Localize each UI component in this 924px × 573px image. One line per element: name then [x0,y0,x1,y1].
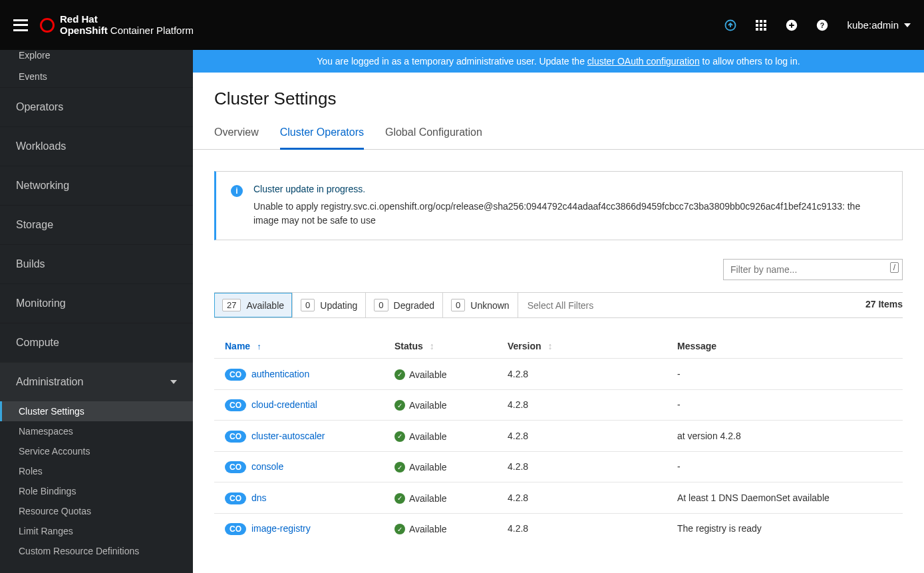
page-title: Cluster Settings [214,89,903,109]
tab[interactable]: Global Configuration [385,126,482,150]
sidebar-section[interactable]: Monitoring [0,284,193,323]
version-cell: 4.2.8 [508,461,677,472]
tab[interactable]: Cluster Operators [280,126,364,150]
svg-rect-8 [760,28,762,31]
filter-bar: 27Available0Updating0Degraded0Unknown Se… [214,292,903,318]
svg-rect-1 [756,20,758,23]
items-count: 27 Items [865,293,903,317]
co-badge: CO [225,461,246,473]
tab[interactable]: Overview [214,126,259,150]
col-header-message[interactable]: Message [677,341,892,351]
filter-chip[interactable]: 0Updating [293,293,366,317]
col-header-version[interactable]: Version↕ [508,341,677,351]
sidebar-sub-item[interactable]: Custom Resource Definitions [0,541,193,561]
filter-input[interactable] [723,259,903,280]
message-cell: at version 4.2.8 [677,431,892,441]
check-icon: ✓ [394,369,405,380]
status-cell: ✓Available [394,493,447,504]
col-header-name[interactable]: Name↑ [225,341,394,351]
table-row: COcloud-credential✓Available4.2.8- [214,389,903,421]
banner-link[interactable]: cluster OAuth configuration [587,56,700,67]
sidebar-section[interactable]: Operators [0,87,193,126]
version-cell: 4.2.8 [508,431,677,441]
chevron-down-icon [170,380,177,384]
alert-body: Unable to apply registry.svc.ci.openshif… [253,200,887,228]
chip-label: Updating [320,300,357,311]
sidebar-sub-item[interactable]: Limit Ranges [0,521,193,541]
status-cell: ✓Available [394,431,447,442]
svg-rect-6 [764,24,766,27]
sidebar-sub-item[interactable]: Service Accounts [0,441,193,461]
brand[interactable]: Red Hat OpenShift Container Platform [40,14,194,36]
check-icon: ✓ [394,462,405,473]
brand-line1: Red Hat [60,14,194,25]
sidebar-sub-item[interactable]: Resource Quotas [0,501,193,521]
svg-rect-7 [756,28,758,31]
col-header-status[interactable]: Status↕ [394,341,508,351]
tabs: OverviewCluster OperatorsGlobal Configur… [193,126,924,150]
chip-count: 0 [451,299,465,311]
sidebar-sub-item[interactable]: Namespaces [0,421,193,441]
hamburger-menu[interactable] [13,19,28,31]
operator-link[interactable]: cloud-credential [251,399,317,410]
sidebar-item[interactable]: Events [0,66,193,87]
message-cell: At least 1 DNS DaemonSet available [677,492,892,503]
operator-link[interactable]: console [251,461,283,472]
top-bar: Red Hat OpenShift Container Platform ? k… [0,0,924,50]
filter-key-hint: / [890,262,899,273]
sort-icon: ↕ [430,341,434,351]
svg-rect-9 [764,28,766,31]
svg-text:?: ? [820,21,824,29]
add-icon[interactable] [786,19,798,31]
info-banner: You are logged in as a temporary adminis… [193,50,924,73]
sidebar-section[interactable]: Builds [0,244,193,284]
main-content: You are logged in as a temporary adminis… [193,50,924,573]
status-cell: ✓Available [394,400,447,411]
sidebar-item[interactable]: Explore [0,50,193,66]
filter-chip[interactable]: 0Unknown [443,293,518,317]
check-icon: ✓ [394,493,405,504]
apps-grid-icon[interactable] [755,19,767,31]
status-cell: ✓Available [394,369,447,380]
operator-link[interactable]: dns [251,492,267,503]
sidebar-sub-item[interactable]: Roles [0,461,193,481]
svg-rect-3 [764,20,766,23]
help-icon[interactable]: ? [816,19,828,31]
version-cell: 4.2.8 [508,369,677,379]
message-cell: - [677,369,892,379]
user-label: kube:admin [847,19,899,31]
version-cell: 4.2.8 [508,523,677,534]
check-icon: ✓ [394,400,405,411]
operator-link[interactable]: cluster-autoscaler [251,431,325,441]
sidebar-sub-item[interactable]: Cluster Settings [0,401,193,421]
sidebar: ExploreEvents OperatorsWorkloadsNetworki… [0,50,193,573]
sidebar-section-administration[interactable]: Administration [0,362,193,401]
sidebar-section[interactable]: Workloads [0,126,193,166]
operator-link[interactable]: authentication [251,369,309,379]
svg-rect-2 [760,20,762,23]
sidebar-section[interactable]: Storage [0,205,193,244]
sidebar-section[interactable]: Compute [0,323,193,362]
alert-title: Cluster update in progress. [253,184,887,194]
select-all-filters[interactable]: Select All Filters [518,293,603,317]
sort-icon: ↕ [548,341,553,351]
filter-chip[interactable]: 0Degraded [366,293,443,317]
operator-link[interactable]: image-registry [251,523,311,534]
chip-count: 0 [301,299,315,311]
upload-icon[interactable] [724,19,736,31]
operators-table: Name↑ Status↕ Version↕ Message COauthent… [214,334,903,544]
chip-count: 0 [374,299,388,311]
sidebar-section[interactable]: Networking [0,166,193,205]
svg-rect-5 [760,24,762,27]
filter-chip[interactable]: 27Available [214,293,293,317]
chip-label: Degraded [394,300,435,311]
chip-count: 27 [222,299,241,311]
redhat-logo-icon [40,18,55,33]
caret-down-icon [904,23,911,27]
status-cell: ✓Available [394,462,447,473]
user-menu[interactable]: kube:admin [847,19,911,31]
check-icon: ✓ [394,431,405,442]
co-badge: CO [225,523,246,535]
co-badge: CO [225,369,246,381]
sidebar-sub-item[interactable]: Role Bindings [0,481,193,501]
